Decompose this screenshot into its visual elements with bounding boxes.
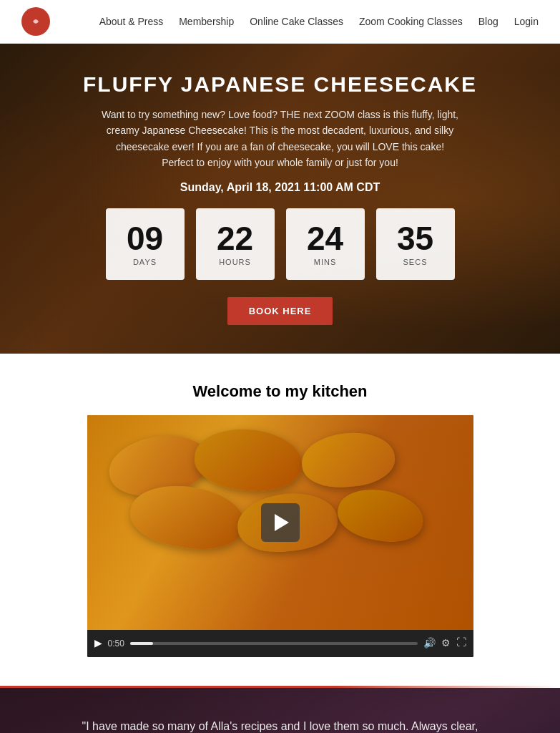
fullscreen-icon[interactable]: ⛶ xyxy=(456,637,466,649)
logo[interactable] xyxy=(21,7,50,36)
nav-links: About & Press Membership Online Cake Cla… xyxy=(99,16,539,27)
countdown-secs-value: 35 xyxy=(397,222,433,255)
testimonial-quote: "I have made so many of Alla's recipes a… xyxy=(80,717,481,733)
video-player: ▶ 0:50 🔊 ⚙ ⛶ xyxy=(87,415,473,657)
countdown-secs-label: SECS xyxy=(403,258,428,266)
hero-title: FLUFFY JAPANESE CHEESECAKE xyxy=(43,72,517,97)
welcome-title: Welcome to my kitchen xyxy=(57,382,503,401)
countdown-mins-value: 24 xyxy=(307,222,343,255)
testimonial-content: "I have made so many of Alla's recipes a… xyxy=(80,717,481,733)
nav-login[interactable]: Login xyxy=(514,16,539,27)
video-controls-bar: ▶ 0:50 🔊 ⚙ ⛶ xyxy=(87,630,473,657)
navbar: About & Press Membership Online Cake Cla… xyxy=(0,0,560,44)
video-control-icons: 🔊 ⚙ ⛶ xyxy=(423,637,466,649)
countdown-mins-box: 24 MINS xyxy=(286,208,365,280)
countdown-hours-box: 22 HOURS xyxy=(196,208,275,280)
countdown-mins-label: MINS xyxy=(314,258,337,266)
countdown-days-value: 09 xyxy=(127,222,163,255)
countdown-hours-value: 22 xyxy=(217,222,253,255)
countdown-hours-label: HOURS xyxy=(219,258,251,266)
video-play-button[interactable] xyxy=(261,503,300,542)
nav-cake-classes[interactable]: Online Cake Classes xyxy=(250,16,343,27)
video-play-icon[interactable]: ▶ xyxy=(94,637,102,649)
nav-zoom-classes[interactable]: Zoom Cooking Classes xyxy=(359,16,463,27)
video-progress-bar[interactable] xyxy=(130,642,418,645)
video-progress-fill xyxy=(130,642,153,645)
countdown-timer: 09 DAYS 22 HOURS 24 MINS 35 SECS xyxy=(43,208,517,280)
video-current-time: 0:50 xyxy=(108,639,124,649)
nav-about[interactable]: About & Press xyxy=(99,16,164,27)
hero-content: FLUFFY JAPANESE CHEESECAKE Want to try s… xyxy=(43,72,517,325)
welcome-section: Welcome to my kitchen ▶ 0:50 🔊 ⚙ xyxy=(0,354,560,671)
nav-membership[interactable]: Membership xyxy=(179,16,234,27)
countdown-secs-box: 35 SECS xyxy=(376,208,455,280)
hero-section: FLUFFY JAPANESE CHEESECAKE Want to try s… xyxy=(0,44,560,354)
settings-icon[interactable]: ⚙ xyxy=(441,637,451,649)
nav-blog[interactable]: Blog xyxy=(478,16,498,27)
countdown-days-label: DAYS xyxy=(133,258,157,266)
testimonial-section: "I have made so many of Alla's recipes a… xyxy=(0,688,560,733)
volume-icon[interactable]: 🔊 xyxy=(423,637,436,649)
book-here-button[interactable]: BOOK HERE xyxy=(227,297,333,325)
video-thumbnail xyxy=(87,415,473,630)
hero-date: Sunday, April 18, 2021 11:00 AM CDT xyxy=(43,181,517,194)
hero-description: Want to try something new? Love food? TH… xyxy=(102,107,459,171)
countdown-days-box: 09 DAYS xyxy=(106,208,185,280)
play-triangle-icon xyxy=(275,514,289,531)
